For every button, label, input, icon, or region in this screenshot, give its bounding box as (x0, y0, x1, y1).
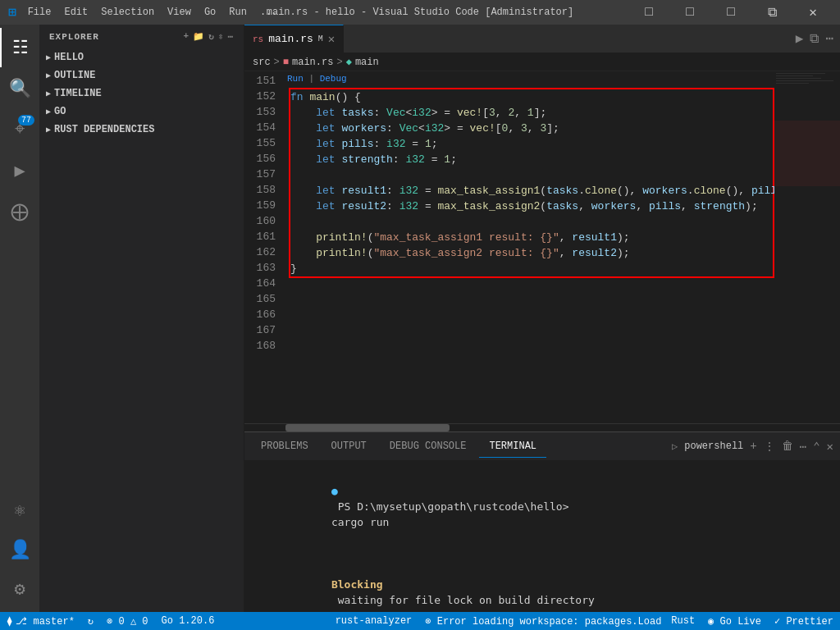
code-area[interactable]: Run | Debug fn main() { let tasks: Vec<i… (285, 71, 774, 423)
titlebar-title: main.rs - hello - Visual Studio Code [Ad… (267, 7, 573, 18)
menu-go[interactable]: Go (199, 5, 221, 20)
sidebar-section-go-header[interactable]: ▶ GO (39, 103, 244, 121)
titlebar: ⊞ File Edit Selection View Go Run ... ma… (0, 0, 840, 25)
more-options-icon[interactable]: ⋯ (227, 31, 234, 42)
sidebar-header-icons: + 📁 ↻ ⇳ ⋯ (184, 31, 234, 42)
line-numbers: 151 152 153 154 155 156 157 158 159 160 … (244, 71, 285, 423)
status-rust-analyzer[interactable]: rust-analyzer (329, 612, 419, 630)
source-control-icon[interactable]: ⌖ 77 (0, 110, 39, 149)
editor-content[interactable]: 151 152 153 154 155 156 157 158 159 160 … (244, 71, 840, 423)
more-panel-icon[interactable]: ⋯ (800, 440, 806, 454)
menu-file[interactable]: File (23, 5, 57, 20)
debug-link[interactable]: Debug (320, 74, 347, 84)
rust-deps-label: RUST DEPENDENCIES (54, 124, 154, 135)
tab-main-rs[interactable]: rs main.rs M ✕ (244, 25, 344, 52)
status-error-loading[interactable]: ⊗ Error loading workspace: packages.Load… (418, 612, 664, 630)
timeline-arrow-icon: ▶ (46, 89, 51, 98)
maximize-panel-icon[interactable]: ⌃ (813, 440, 819, 454)
collapse-icon[interactable]: ⇳ (218, 31, 225, 42)
breadcrumb-file[interactable]: main.rs (292, 57, 333, 68)
sidebar-section-rust-deps[interactable]: ▶ RUST DEPENDENCIES (39, 121, 244, 139)
menu-selection[interactable]: Selection (96, 5, 159, 20)
minimap-svg (774, 71, 840, 399)
sidebar-section-outline-header[interactable]: ▶ OUTLINE (39, 66, 244, 84)
titlebar-controls: □ □ □ ⧉ ✕ (630, 0, 832, 25)
explorer-icon[interactable]: ☷ (0, 28, 39, 67)
breadcrumb-symbol[interactable]: main (355, 57, 379, 68)
line-num-157: 157 (244, 167, 276, 182)
settings-icon[interactable]: ⚙ (0, 569, 39, 609)
terminal-content[interactable]: ● PS D:\mysetup\gopath\rustcode\hello> c… (244, 461, 840, 612)
tab-debug-console[interactable]: DEBUG CONSOLE (380, 436, 477, 457)
tab-modified-indicator: M (318, 34, 323, 43)
status-prettier[interactable]: ✓ Prettier (768, 612, 840, 630)
outline-label: OUTLINE (54, 70, 95, 81)
rust-file-icon: rs (253, 34, 263, 44)
restore-icon[interactable]: ⧉ (753, 0, 791, 25)
svg-rect-3 (776, 78, 821, 79)
branch-text: ⎇ master* (16, 615, 75, 628)
tab-problems[interactable]: PROBLEMS (251, 436, 318, 457)
maximize-icon[interactable]: □ (671, 0, 709, 25)
breadcrumb-symbol-icon: ◆ (346, 56, 352, 68)
outline-arrow-icon: ▶ (46, 71, 51, 80)
new-folder-icon[interactable]: 📁 (193, 31, 205, 42)
line-num-153: 153 (244, 104, 276, 120)
sidebar: EXPLORER + 📁 ↻ ⇳ ⋯ ▶ HELLO ▶ OUTLINE ▶ (39, 25, 244, 612)
code-line-166: println!("max_task_assign2 result: {}", … (290, 245, 773, 261)
account-icon[interactable]: 👤 (0, 530, 39, 569)
hello-label: HELLO (54, 52, 84, 63)
minimize-icon[interactable]: □ (712, 0, 750, 25)
layout-icon[interactable]: □ (630, 0, 668, 25)
code-line-167: } (290, 261, 773, 276)
kill-terminal-icon[interactable]: 🗑 (782, 440, 793, 453)
menu-edit[interactable]: Edit (59, 5, 93, 20)
run-link[interactable]: Run (287, 74, 304, 84)
status-language[interactable]: Rust (664, 612, 701, 630)
status-go-version[interactable]: Go 1.20.6 (155, 612, 221, 630)
sidebar-section-timeline-header[interactable]: ▶ TIMELINE (39, 84, 244, 103)
status-errors[interactable]: ⊗ 0 △ 0 (100, 612, 154, 630)
menu-view[interactable]: View (162, 5, 196, 20)
sidebar-section-go[interactable]: ▶ GO (39, 103, 244, 121)
status-go-live[interactable]: ◉ Go Live (701, 612, 768, 630)
tab-label: main.rs (268, 33, 313, 45)
status-branch[interactable]: ⧫ ⎇ master* (0, 612, 81, 630)
remote-icon[interactable]: ⚛ (0, 491, 39, 530)
status-sync[interactable]: ↻ (81, 612, 100, 630)
prettier-text: ✓ Prettier (774, 615, 833, 628)
svg-rect-6 (774, 121, 840, 186)
svg-rect-5 (776, 83, 809, 84)
horizontal-scrollbar[interactable] (244, 423, 840, 431)
line-num-160: 160 (244, 213, 276, 229)
tab-close-button[interactable]: ✕ (328, 32, 335, 46)
split-editor-icon[interactable]: ⧉ (810, 31, 819, 47)
line-num-158: 158 (244, 182, 276, 198)
refresh-icon[interactable]: ↻ (208, 31, 215, 42)
line-num-163: 163 (244, 260, 276, 276)
sidebar-section-rust-deps-header[interactable]: ▶ RUST DEPENDENCIES (39, 121, 244, 139)
new-file-icon[interactable]: + (184, 31, 190, 42)
close-button[interactable]: ✕ (794, 0, 832, 25)
add-terminal-icon[interactable]: + (750, 440, 756, 453)
blocking-text: waiting for file lock on build directory (331, 594, 595, 606)
sidebar-header: EXPLORER + 📁 ↻ ⇳ ⋯ (39, 25, 244, 48)
close-panel-icon[interactable]: ✕ (827, 440, 833, 454)
extensions-icon[interactable]: ⨁ (0, 192, 39, 231)
sidebar-section-hello-header[interactable]: ▶ HELLO (39, 48, 244, 66)
sidebar-section-hello[interactable]: ▶ HELLO (39, 48, 244, 66)
sidebar-section-outline[interactable]: ▶ OUTLINE (39, 66, 244, 84)
scrollbar-thumb[interactable] (285, 424, 450, 431)
run-icon[interactable]: ▶ (796, 30, 804, 47)
more-actions-icon[interactable]: ⋯ (825, 30, 833, 47)
breadcrumb-src[interactable]: src (253, 57, 271, 68)
tab-terminal[interactable]: TERMINAL (479, 436, 546, 458)
split-terminal-icon[interactable]: ⋮ (764, 440, 775, 454)
sidebar-section-timeline[interactable]: ▶ TIMELINE (39, 84, 244, 103)
terminal-icon[interactable]: ▷ (672, 441, 678, 453)
tab-output[interactable]: OUTPUT (322, 436, 377, 457)
main-layout: ☷ 🔍 ⌖ 77 ▶ ⨁ ⚛ 👤 ⚙ EXPLORER + 📁 ↻ ⇳ ⋯ (0, 25, 840, 612)
menu-run[interactable]: Run (224, 5, 252, 20)
search-icon[interactable]: 🔍 (0, 69, 39, 108)
run-debug-icon[interactable]: ▶ (0, 151, 39, 190)
